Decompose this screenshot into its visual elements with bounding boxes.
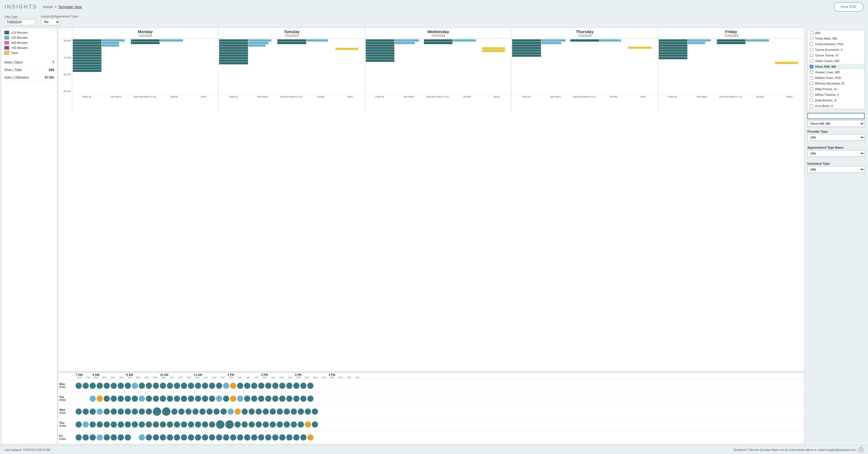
bar (160, 39, 183, 41)
provider-item-trinity[interactable]: Trinity Metz, MD (808, 36, 864, 41)
provider-checkbox-zora[interactable] (810, 104, 813, 108)
selected-provider-select[interactable]: Vince Hilll, MD (807, 120, 865, 127)
provider-checkbox-zetta[interactable] (810, 99, 813, 102)
provider-checkbox-trinity[interactable] (810, 37, 813, 40)
label-telehe: TELEHE.. (599, 95, 628, 112)
dot (83, 421, 89, 428)
bar (366, 50, 394, 52)
dot (284, 408, 290, 415)
footer: Last Updated: 7/28/2024 4:06:14 AM Quest… (0, 445, 868, 454)
provider-item-viviane[interactable]: Viviane Lowe, MD (808, 69, 864, 75)
filter-date-input[interactable] (4, 19, 35, 25)
dot (188, 434, 194, 441)
insurance-type-group: Insurance Type (All) (807, 162, 865, 175)
dot-grid: 7 AM 0730 0745 8 AM 0800 0815 0830 (58, 372, 805, 444)
provider-type-select[interactable]: (All) (807, 134, 865, 141)
provider-checkbox-weldon[interactable] (810, 76, 813, 80)
insurance-type-select[interactable]: (All) (807, 166, 865, 173)
provider-label-trinity: Trinity Metz, MD (815, 37, 837, 40)
label-others: Others (336, 95, 365, 112)
provider-checkbox-velda[interactable] (810, 59, 813, 63)
row-label-friday: Fri 07/26 (58, 434, 75, 441)
provider-checkbox-whitney[interactable] (810, 82, 813, 85)
provider-item-zetta[interactable]: Zetta Becker, Jr. (808, 97, 864, 103)
provider-checkbox-tyrese-towne[interactable] (810, 54, 813, 57)
provider-checkbox-willa[interactable] (810, 87, 813, 91)
provider-checkbox-trisha[interactable] (810, 42, 813, 46)
dot (265, 383, 271, 389)
time-minor-1pm: 1300 1315 1330 1345 (227, 376, 260, 379)
print-pdf-button[interactable]: Print PDF (834, 2, 864, 11)
time-major-3pm: 3 PM 1500 1515 1530 1545 (294, 373, 328, 379)
help-icon[interactable]: ? (859, 447, 864, 452)
provider-item-willa[interactable]: Willa Pouros, Sr. (808, 86, 864, 92)
dot (146, 408, 152, 415)
provider-item-tyrese-towne[interactable]: Tyrese Towne, IV (808, 53, 864, 58)
provider-checkbox-vince[interactable] (810, 65, 813, 68)
provider-item-wilma[interactable]: Wilma Trantow, V (808, 92, 864, 97)
bar (512, 39, 541, 41)
bar (131, 39, 160, 41)
dot (181, 396, 187, 402)
provider-checkbox-wilma[interactable] (810, 93, 813, 96)
thursday-appt-labels: Follow Up New Patient Sleep New Patient … (512, 95, 658, 112)
provider-item-vince[interactable]: Vince Hilll, MD (808, 64, 864, 69)
legend-label-15min: ≤15 Minutes (11, 31, 28, 34)
provider-checkbox-tyrese-emmerich[interactable] (810, 48, 813, 52)
appt-types-select[interactable]: No Yes (41, 19, 60, 25)
dot (153, 396, 159, 402)
dot-row-wednesday: Wed 07/24 (58, 405, 804, 418)
dot (251, 383, 257, 389)
time-minor-4pm: 1600 1615 1630 1645 (328, 376, 362, 379)
dot (160, 383, 166, 389)
bar (717, 42, 746, 44)
tuesday-newpatient-col (248, 39, 277, 94)
dot (279, 383, 285, 389)
time-major-label-1pm: 1 PM (227, 373, 260, 376)
friday-bar-section: Follow Up New Patient Sleep New Patient … (658, 39, 804, 112)
dot-row-tuesday: Tue 07/23 (58, 392, 804, 405)
provider-item-weldon[interactable]: Weldon Kuhn, PhD (808, 75, 864, 81)
bar (73, 42, 101, 44)
dot (160, 396, 166, 402)
label-followup: Follow Up (658, 95, 687, 112)
dot (139, 383, 145, 389)
label-newpatient: New Patient (248, 95, 277, 112)
dot (90, 383, 96, 389)
dot (258, 396, 264, 402)
provider-item-trisha[interactable]: Trisha Wuckert, PhD (808, 41, 864, 47)
provider-checkbox-all[interactable] (810, 31, 813, 35)
bar (775, 62, 798, 64)
thursday-bar-section: Follow Up New Patient Sleep New Patient … (512, 39, 658, 112)
time-minor-1345: 1345 (252, 376, 260, 379)
provider-item-tyrese-emmerich[interactable]: Tyrese Emmerich, II (808, 47, 864, 53)
dot (209, 421, 215, 428)
dot (192, 408, 198, 415)
dot (153, 421, 159, 428)
time-minor-1030: 1030 (176, 376, 185, 379)
dot (167, 434, 173, 441)
dot (298, 421, 304, 428)
bar (366, 57, 394, 59)
day-col-thursday: Thursday 7/25/2024 (512, 28, 658, 38)
provider-search-input[interactable] (807, 113, 865, 119)
provider-item-whitney[interactable]: Whitney Bechtelar, IV (808, 81, 864, 86)
appt-type-name-select[interactable]: (All) (807, 150, 865, 157)
time-major-label-8am: 8 AM (92, 373, 126, 376)
bar (248, 42, 269, 44)
bar (73, 55, 101, 57)
breadcrumb-home[interactable]: Home (43, 5, 53, 9)
dot (279, 396, 285, 402)
monday-appt-cols (72, 39, 218, 95)
time-minor-1615: 1615 (336, 376, 345, 379)
provider-item-zora[interactable]: Zora Borer, II (808, 103, 864, 109)
stat-value-total: 289 (49, 68, 54, 72)
provider-checkbox-viviane[interactable] (810, 70, 813, 74)
provider-type-group: Provider Type (All) (807, 130, 865, 143)
dot (242, 408, 248, 415)
dot (272, 383, 278, 389)
provider-item-all[interactable]: (All) (808, 30, 864, 36)
provider-item-velda[interactable]: Velda Cassin, MD (808, 58, 864, 64)
dot (293, 434, 300, 441)
time-minor-1115: 1115 (202, 376, 210, 379)
